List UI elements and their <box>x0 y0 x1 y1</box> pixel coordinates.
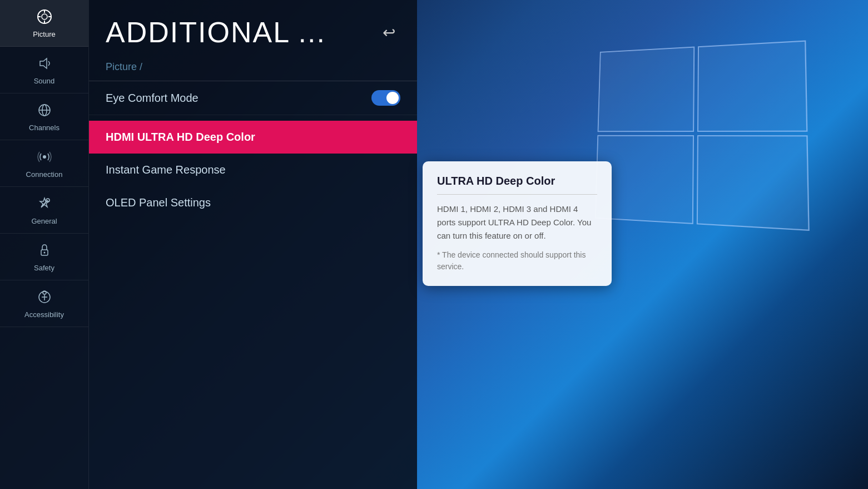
main-panel: ADDITIONAL ... ↩ Picture / Eye Comfort M… <box>89 0 417 489</box>
menu-item-label-hdmi-ultra: HDMI ULTRA HD Deep Color <box>106 131 255 144</box>
sidebar-item-sound[interactable]: Sound <box>0 47 88 93</box>
info-card-title: ULTRA HD Deep Color <box>437 175 597 195</box>
menu-item-label-oled-panel: OLED Panel Settings <box>106 196 211 209</box>
sidebar-item-general[interactable]: General <box>0 187 88 234</box>
win-pane-4 <box>697 135 810 231</box>
sidebar-item-picture[interactable]: Picture <box>0 0 88 47</box>
svg-point-10 <box>43 155 46 159</box>
sidebar-label-sound: Sound <box>34 77 55 85</box>
channels-icon <box>37 102 52 120</box>
breadcrumb-bar: Picture / <box>89 56 417 81</box>
picture-icon <box>37 9 52 27</box>
menu-item-label-instant-game: Instant Game Response <box>106 164 226 176</box>
panel-header: ADDITIONAL ... ↩ <box>89 0 417 56</box>
eye-comfort-label: Eye Comfort Mode <box>106 92 199 105</box>
eye-comfort-toggle[interactable] <box>371 90 400 106</box>
menu-item-hdmi-ultra[interactable]: HDMI ULTRA HD Deep Color <box>89 121 417 154</box>
sidebar: Picture Sound Channels <box>0 0 89 489</box>
eye-comfort-row[interactable]: Eye Comfort Mode <box>89 81 417 115</box>
windows-logo <box>590 45 801 223</box>
sidebar-label-channels: Channels <box>29 124 59 132</box>
info-card: ULTRA HD Deep Color HDMI 1, HDMI 2, HDMI… <box>423 161 612 286</box>
svg-marker-6 <box>40 58 47 68</box>
svg-point-1 <box>42 14 47 19</box>
back-button[interactable]: ↩ <box>377 21 400 44</box>
menu-item-oled-panel[interactable]: OLED Panel Settings <box>89 186 417 219</box>
accessibility-icon <box>37 289 52 307</box>
menu-item-instant-game[interactable]: Instant Game Response <box>89 154 417 186</box>
info-card-body: HDMI 1, HDMI 2, HDMI 3 and HDMI 4 ports … <box>437 202 597 243</box>
sidebar-label-safety: Safety <box>34 264 54 272</box>
panel-title: ADDITIONAL ... <box>106 16 326 49</box>
sidebar-item-safety[interactable]: Safety <box>0 234 88 280</box>
breadcrumb: Picture / <box>106 61 142 72</box>
sidebar-item-channels[interactable]: Channels <box>0 93 88 140</box>
sidebar-item-connection[interactable]: Connection <box>0 140 88 187</box>
general-icon <box>37 196 52 214</box>
toggle-knob <box>386 92 399 104</box>
connection-icon <box>37 149 52 167</box>
sidebar-item-accessibility[interactable]: Accessibility <box>0 280 88 327</box>
sidebar-label-connection: Connection <box>26 170 63 179</box>
sidebar-label-accessibility: Accessibility <box>24 310 64 319</box>
menu-items-list: HDMI ULTRA HD Deep Color Instant Game Re… <box>89 115 417 489</box>
safety-icon <box>37 243 52 260</box>
svg-point-14 <box>43 252 45 254</box>
sound-icon <box>37 56 52 73</box>
win-pane-1 <box>598 47 695 132</box>
win-pane-2 <box>697 41 807 132</box>
sidebar-label-general: General <box>31 217 57 225</box>
info-card-note: * The device connected should support th… <box>437 249 597 273</box>
sidebar-label-picture: Picture <box>33 30 55 38</box>
